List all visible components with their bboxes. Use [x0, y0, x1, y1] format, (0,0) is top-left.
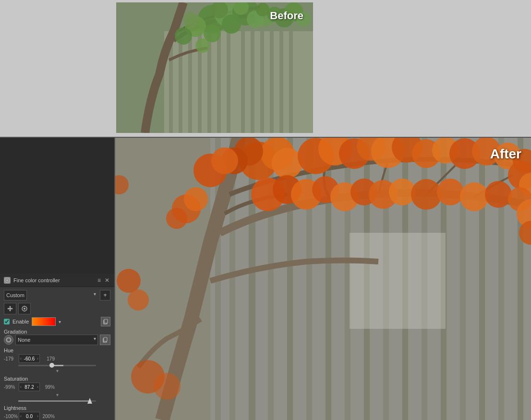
- enable-checkbox[interactable]: [4, 319, 10, 324]
- hue-chevron: ▾: [56, 368, 59, 373]
- svg-point-87: [117, 269, 141, 293]
- svg-point-23: [204, 25, 221, 42]
- svg-point-74: [291, 179, 322, 210]
- svg-rect-35: [215, 137, 221, 420]
- add-preset-btn[interactable]: +: [100, 290, 110, 300]
- svg-point-90: [211, 147, 238, 174]
- lightness-max: 200%: [41, 414, 55, 419]
- svg-rect-9: [241, 31, 245, 133]
- svg-rect-34: [210, 137, 531, 420]
- svg-rect-40: [306, 137, 312, 420]
- saturation-section: Saturation -99% ‹ 87.2 › 99% ▾: [4, 376, 110, 403]
- svg-point-64: [412, 139, 441, 168]
- panel-title: Fine color controller: [13, 277, 94, 283]
- move-tool-btn[interactable]: [4, 303, 16, 314]
- saturation-decrement[interactable]: ‹: [20, 384, 22, 389]
- tools-row: [4, 303, 110, 314]
- svg-point-55: [234, 137, 263, 166]
- panel-header: Fine color controller ≡ ✕: [0, 274, 114, 287]
- lightness-value-box[interactable]: ‹ 0.0 ›: [19, 412, 40, 420]
- gradation-icon: [4, 335, 13, 345]
- svg-point-21: [175, 27, 192, 45]
- panel-menu-btn[interactable]: ≡: [97, 277, 102, 284]
- lightness-label: Lightness: [4, 405, 110, 411]
- svg-rect-39: [287, 137, 293, 420]
- gradation-label: Gradation: [4, 329, 27, 335]
- svg-point-82: [460, 182, 489, 211]
- saturation-label: Saturation: [4, 376, 110, 382]
- before-image: Before: [116, 2, 313, 133]
- svg-rect-43: [364, 137, 370, 420]
- panel-close-btn[interactable]: ✕: [104, 277, 110, 284]
- preset-select[interactable]: Custom: [4, 290, 27, 300]
- svg-rect-12: [270, 31, 274, 133]
- after-label: After: [490, 146, 521, 162]
- lightness-decrement[interactable]: ‹: [20, 414, 22, 419]
- svg-point-29: [183, 12, 198, 26]
- saturation-slider-row: -99% ‹ 87.2 › 99%: [4, 383, 110, 391]
- svg-point-95: [131, 360, 165, 394]
- svg-point-76: [330, 182, 359, 211]
- horizontal-divider: [0, 137, 531, 138]
- svg-point-79: [389, 179, 416, 205]
- svg-rect-47: [441, 137, 447, 420]
- svg-point-100: [24, 308, 25, 310]
- svg-rect-11: [260, 31, 264, 133]
- lightness-increment[interactable]: ›: [37, 414, 38, 419]
- lightness-value: 0.0: [22, 414, 36, 419]
- preset-select-wrapper: Custom: [4, 290, 98, 300]
- svg-point-89: [193, 154, 227, 187]
- gradation-select[interactable]: None: [15, 335, 98, 345]
- hue-min: -179: [4, 356, 17, 361]
- hue-slider-row: -179 ‹ -60.6 › 179: [4, 354, 110, 363]
- svg-point-86: [519, 221, 531, 245]
- svg-point-32: [256, 3, 269, 16]
- svg-rect-8: [227, 31, 230, 133]
- svg-point-80: [411, 179, 442, 210]
- hue-decrement[interactable]: ‹: [20, 356, 22, 361]
- hue-increment[interactable]: ›: [37, 356, 38, 361]
- svg-rect-52: [350, 233, 446, 329]
- preset-row: Custom +: [4, 290, 110, 300]
- svg-point-61: [357, 137, 386, 161]
- svg-point-65: [432, 137, 459, 164]
- svg-point-58: [298, 138, 334, 174]
- svg-rect-104: [104, 319, 108, 323]
- svg-point-83: [485, 181, 512, 208]
- color-swatch[interactable]: [32, 317, 56, 326]
- svg-rect-36: [229, 137, 235, 420]
- saturation-value: 87.2: [22, 384, 36, 390]
- panel-content: Custom +: [0, 287, 114, 420]
- lightness-slider-row: -100% ‹ 0.0 › 200%: [4, 412, 110, 420]
- svg-point-93: [184, 187, 208, 211]
- svg-point-94: [166, 208, 187, 229]
- svg-rect-37: [249, 137, 255, 420]
- svg-point-71: [519, 173, 531, 197]
- color-dropdown-arrow[interactable]: ▾: [59, 319, 61, 324]
- copy-color-btn[interactable]: [101, 317, 110, 326]
- panel-icon: [4, 277, 11, 284]
- gradation-copy-btn[interactable]: [100, 335, 110, 345]
- svg-point-66: [449, 138, 480, 169]
- svg-point-81: [437, 179, 464, 205]
- enable-row: Enable ▾: [4, 317, 110, 326]
- picker-tool-btn[interactable]: [18, 303, 31, 314]
- svg-point-24: [222, 14, 241, 34]
- hue-max: 179: [41, 356, 55, 361]
- svg-rect-48: [460, 137, 466, 420]
- saturation-increment[interactable]: ›: [37, 384, 38, 389]
- svg-rect-3: [179, 31, 182, 133]
- gradation-section: Gradation None: [4, 329, 110, 345]
- svg-point-78: [369, 180, 398, 209]
- svg-point-54: [261, 137, 294, 170]
- svg-point-70: [508, 161, 531, 190]
- svg-rect-51: [518, 137, 523, 420]
- hue-value-box[interactable]: ‹ -60.6 ›: [19, 354, 40, 363]
- svg-point-72: [251, 178, 285, 211]
- svg-rect-38: [268, 137, 274, 420]
- before-label: Before: [270, 10, 303, 22]
- svg-rect-7: [217, 31, 221, 133]
- saturation-value-box[interactable]: ‹ 87.2 ›: [19, 383, 40, 391]
- svg-rect-44: [383, 137, 389, 420]
- saturation-subrow: ▾: [4, 392, 110, 397]
